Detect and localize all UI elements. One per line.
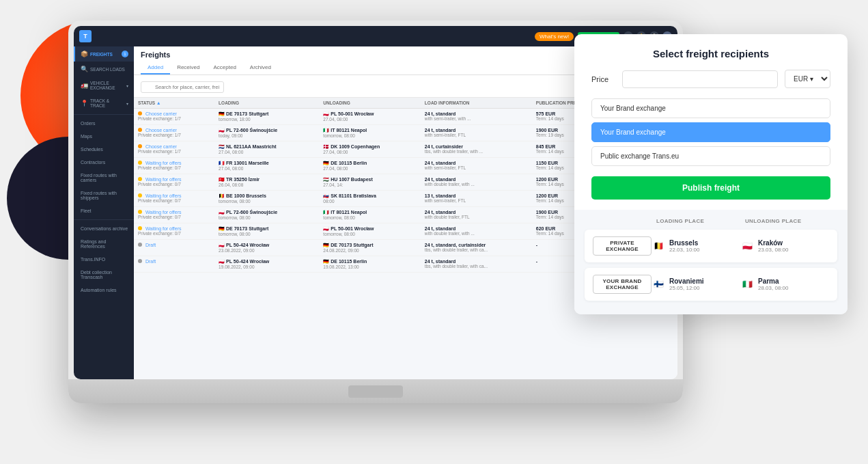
freights-badge: 1 — [122, 51, 128, 57]
exchange-option-2[interactable]: Your Brand exchange — [591, 122, 830, 142]
cell-unloading: 🇩🇪 DE 70173 Stuttgart 24.08.2022, 09:00 — [319, 240, 421, 256]
brussels-flag: 🇧🇪 — [652, 241, 665, 251]
sidebar-item-fleet[interactable]: Fleet — [74, 204, 134, 217]
col-status[interactable]: STATUS ▲ — [134, 98, 214, 109]
routes-header: LOADING PLACE UNLOADING PLACE — [585, 218, 837, 224]
sidebar-item-track-trace[interactable]: 📍 TRACK & TRACE ▾ — [74, 94, 134, 112]
cell-load-info: 24 t, standard with double trailer, with… — [421, 174, 532, 191]
cell-unloading: 🇮🇹 IT 80121 Neapol tomorrow, 08:00 — [319, 125, 421, 141]
cell-loading: 🇳🇱 NL 6211AA Maastricht 27.04, 08:00 — [214, 141, 319, 158]
cell-status: Draft — [134, 240, 214, 256]
trackpad — [348, 385, 403, 398]
sidebar-item-conversations[interactable]: Conversations archive — [74, 222, 134, 235]
track-expand-icon: ▾ — [126, 101, 128, 106]
brussels-info: Brussels 22.03, 10:00 — [669, 239, 699, 253]
sidebar-item-ratings[interactable]: Ratings and References — [74, 235, 134, 253]
cell-loading: 🇫🇷 FR 13001 Marseille 27.04, 08:00 — [214, 158, 319, 174]
cell-loading: 🇵🇱 PL 50-424 Wrocław 23.08.2022, 09:00 — [214, 240, 319, 256]
cell-status: Draft — [134, 256, 214, 273]
route-card-private: PRIVATE EXCHANGE 🇧🇪 Brussels 22.03, 10:0… — [585, 230, 837, 262]
tab-accepted[interactable]: Accepted — [207, 62, 243, 74]
parma-info: Parma 28.03, 08:00 — [758, 277, 788, 291]
private-exchange-label: PRIVATE EXCHANGE — [593, 236, 652, 256]
cell-load-info: 24 t, standard tbs, with double trailer,… — [421, 256, 532, 273]
sidebar-item-schedules[interactable]: Schedules — [74, 143, 134, 156]
cell-loading: 🇵🇱 PL 50-424 Wrocław 19.08.2022, 09:00 — [214, 256, 319, 273]
cell-loading: 🇧🇪 BE 1000 Brussels tomorrow, 08:00 — [214, 191, 319, 207]
panel-title: Select freight recipients — [591, 48, 830, 59]
brand-exchange-label: YOUR BRAND EXCHANGE — [593, 275, 652, 294]
krakow-flag: 🇵🇱 — [740, 241, 754, 251]
sidebar-item-debt-collection[interactable]: Debt collection Transcash — [74, 266, 134, 284]
cell-unloading: 🇩🇪 DE 10115 Berlin 19.08.2022, 13:00 — [319, 256, 421, 273]
routes-col3-header: UNLOADING PLACE — [745, 218, 834, 224]
sidebar-divider-1 — [74, 114, 134, 115]
tab-added[interactable]: Added — [141, 62, 170, 74]
cell-unloading: 🇭🇺 HU 1007 Budapest 27.04, 14: — [319, 174, 421, 191]
routes-col1-header — [588, 218, 656, 224]
cell-load-info: 24 t, curtainsider tbs, with double trai… — [421, 141, 532, 158]
price-label: Price — [591, 75, 615, 83]
cell-unloading: 🇩🇰 DK 1009 Copenhagen 27.04, 08:00 — [319, 141, 421, 158]
exchange-option-1[interactable]: Your Brand exchange — [591, 98, 830, 118]
cell-loading: 🇹🇷 TR 35250 İzmir 26.04, 08:08 — [214, 174, 319, 191]
cell-unloading: 🇵🇱 PL 50-001 Wrocław 27.04, 08:00 — [319, 109, 421, 125]
cell-status: Choose carrier Private exchange: 1/7 — [134, 109, 214, 125]
price-row: Price EUR ▾ USD GBP — [591, 70, 830, 88]
sidebar-item-fixed-routes-shippers[interactable]: Fixed routes with shippers — [74, 187, 134, 204]
whats-new-button[interactable]: What's new! — [535, 32, 574, 41]
cell-load-info: 24 t, standard with double trailer, FTL — [421, 207, 532, 223]
sidebar-item-orders[interactable]: Orders — [74, 117, 134, 130]
vehicle-icon: 🚛 — [81, 82, 87, 89]
topbar-logo: T — [79, 30, 92, 42]
cell-status: Choose carrier Private exchange: 1/7 — [134, 141, 214, 158]
sidebar-item-freights[interactable]: 📦 FREIGHTS 1 — [74, 46, 134, 62]
publish-freight-button[interactable]: Publish freight — [591, 176, 830, 200]
cell-unloading: 🇮🇹 IT 80121 Neapol tomorrow, 08:00 — [319, 207, 421, 223]
cell-status: Choose carrier Private exchange: 1/7 — [134, 125, 214, 141]
sidebar-item-search-loads[interactable]: 🔍 SEARCH LOADS — [74, 62, 134, 77]
cell-load-info: 24 t, standard with semi-trailer, FTL — [421, 125, 532, 141]
sidebar-item-maps[interactable]: Maps — [74, 130, 134, 143]
sidebar-item-automation[interactable]: Automation rules — [74, 284, 134, 297]
cell-unloading: 🇵🇱 PL 50-001 Wrocław tomorrow, 08:00 — [319, 223, 421, 240]
laptop-base — [68, 379, 683, 403]
cell-unloading: 🇩🇪 DE 10115 Berlin 27.04, 08:00 — [319, 158, 421, 174]
sidebar: 📦 FREIGHTS 1 🔍 SEARCH LOADS 🚛 VEHICLE EX… — [74, 46, 134, 379]
exchange-option-3[interactable]: Public exchange Trans.eu — [591, 146, 830, 166]
private-unloading-place: 🇵🇱 Kraków 23.03, 08:00 — [740, 239, 829, 253]
price-input[interactable] — [622, 70, 778, 88]
panel-bottom-section: LOADING PLACE UNLOADING PLACE PRIVATE EX… — [574, 210, 848, 314]
rovaniemi-info: Rovaniemi 25.05, 12:00 — [669, 277, 704, 291]
cell-load-info: 24 t, standard, curtainsider tbs, with d… — [421, 240, 532, 256]
search-loads-icon: 🔍 — [81, 66, 87, 72]
cell-status: Waiting for offers Private exchange: 0/7 — [134, 158, 214, 174]
search-input[interactable] — [141, 81, 224, 93]
col-loading[interactable]: LOADING — [214, 98, 319, 109]
sidebar-item-trans-info[interactable]: Trans.INFO — [74, 253, 134, 266]
sidebar-item-contractors[interactable]: Contractors — [74, 156, 134, 169]
currency-select[interactable]: EUR ▾ USD GBP — [785, 70, 830, 88]
brand-loading-place: 🇫🇮 Rovaniemi 25.05, 12:00 — [652, 277, 740, 291]
sidebar-divider-2 — [74, 219, 134, 220]
logo-icon: T — [79, 30, 92, 42]
right-panel: Select freight recipients Price EUR ▾ US… — [574, 34, 848, 314]
cell-status: Waiting for offers Private exchange: 0/7 — [134, 191, 214, 207]
route-card-brand: YOUR BRAND EXCHANGE 🇫🇮 Rovaniemi 25.05, … — [585, 268, 837, 301]
exchange-options: Your Brand exchange Your Brand exchange … — [591, 98, 830, 166]
cell-status: Waiting for offers Private exchange: 0/7 — [134, 223, 214, 240]
cell-loading: 🇩🇪 DE 70173 Stuttgart tomorrow, 18:00 — [214, 109, 319, 125]
routes-col2-header: LOADING PLACE — [656, 218, 745, 224]
vehicle-expand-icon: ▾ — [126, 83, 128, 88]
tab-archived[interactable]: Archived — [243, 62, 278, 74]
search-wrap: 🔍 — [141, 79, 643, 93]
col-load-info[interactable]: LOAD INFORMATION — [421, 98, 532, 109]
krakow-info: Kraków 23.03, 08:00 — [758, 239, 788, 253]
sidebar-item-fixed-routes-carriers[interactable]: Fixed routes with carriers — [74, 169, 134, 187]
panel-top-section: Select freight recipients Price EUR ▾ US… — [574, 34, 848, 210]
track-icon: 📍 — [81, 100, 87, 107]
cell-loading: 🇵🇱 PL 72-600 Świnoujście tomorrow, 08:00 — [214, 207, 319, 223]
col-unloading[interactable]: UNLOADING — [319, 98, 421, 109]
tab-received[interactable]: Received — [170, 62, 206, 74]
sidebar-item-vehicle-exchange[interactable]: 🚛 VEHICLE EXCHANGE ▾ — [74, 77, 134, 94]
